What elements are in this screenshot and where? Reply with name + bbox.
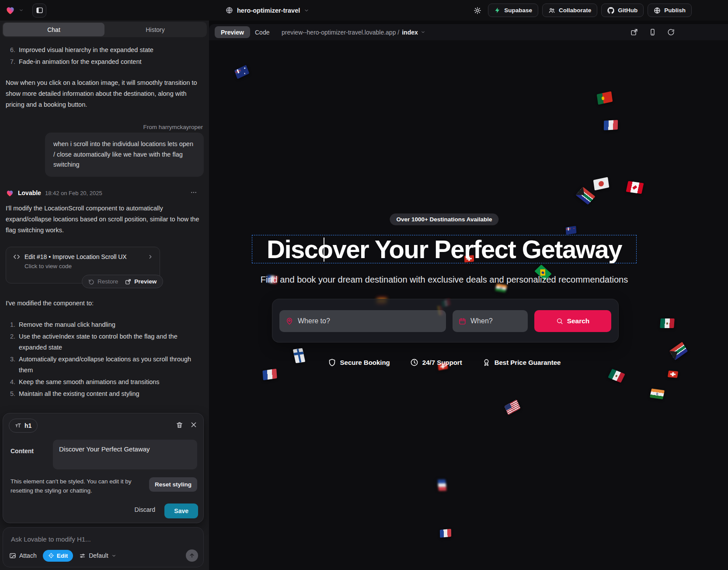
mobile-view-button[interactable] bbox=[648, 28, 657, 37]
text-caret bbox=[324, 238, 324, 262]
github-icon bbox=[607, 7, 614, 14]
hero-heading[interactable]: Discover Your Perfect Getaway bbox=[267, 234, 622, 264]
smartphone-icon bbox=[649, 28, 656, 36]
lovable-app: hero-optimizer-travel Supabase Collabora… bbox=[0, 0, 728, 570]
assistant-paragraph: Now when you click on a location image, … bbox=[6, 77, 203, 110]
send-button[interactable] bbox=[186, 549, 198, 562]
chevron-down-icon bbox=[111, 553, 116, 558]
sliders-icon bbox=[79, 553, 86, 559]
hero-subtitle: Find and book your dream destination wit… bbox=[209, 275, 679, 285]
image-icon bbox=[9, 552, 16, 559]
project-name: hero-optimizer-travel bbox=[237, 7, 300, 14]
where-to-placeholder: Where to? bbox=[298, 317, 330, 325]
sidebar-toggle-button[interactable] bbox=[32, 3, 46, 17]
save-button[interactable]: Save bbox=[164, 504, 198, 518]
restore-button[interactable]: Restore bbox=[88, 278, 118, 285]
list-item: 3.Automatically expand/collapse location… bbox=[6, 354, 203, 376]
discard-button[interactable]: Discard bbox=[135, 506, 155, 513]
url-page: index bbox=[402, 29, 418, 36]
sidebar-tabs: Chat History bbox=[2, 22, 207, 37]
refresh-button[interactable] bbox=[666, 28, 676, 37]
preview-chrome-bar: Preview Code preview--hero-optimizer-tra… bbox=[209, 24, 728, 40]
restore-preview-pill: Restore Preview bbox=[82, 275, 163, 288]
chat-input-placeholder[interactable]: Ask Lovable to modify H1... bbox=[11, 535, 91, 543]
arrow-up-icon bbox=[189, 553, 195, 559]
list-item: 6. Improved visual hierarchy in the expa… bbox=[6, 45, 203, 56]
tab-chat[interactable]: Chat bbox=[3, 23, 104, 36]
url-base: preview--hero-optimizer-travel.lovable.a… bbox=[282, 29, 399, 36]
chat-sidebar: Chat History 6. Improved visual hierarch… bbox=[0, 21, 209, 570]
user-message-bubble: when i scroll into the individual locati… bbox=[45, 133, 204, 177]
edit-card-subtitle: Click to view code bbox=[6, 260, 160, 269]
lovable-logo-heart-icon[interactable] bbox=[5, 5, 15, 15]
publish-globe-icon bbox=[654, 7, 661, 14]
external-link-icon bbox=[125, 279, 131, 285]
styling-note: This element can't be styled. You can ed… bbox=[10, 477, 142, 495]
calendar-icon bbox=[459, 318, 466, 325]
model-default-selector[interactable]: Default bbox=[79, 552, 116, 559]
settings-button[interactable] bbox=[471, 4, 484, 17]
gear-icon bbox=[474, 7, 481, 14]
feature-support: 24/7 Support bbox=[410, 358, 462, 367]
tab-code[interactable]: Code bbox=[255, 26, 269, 38]
hero-section: Over 1000+ Destinations Available Discov… bbox=[209, 40, 679, 570]
delete-element-button[interactable] bbox=[176, 421, 183, 429]
shield-icon bbox=[328, 358, 336, 367]
list-item: 4.Keep the same smooth animations and tr… bbox=[6, 377, 203, 388]
when-input[interactable]: When? bbox=[453, 310, 528, 332]
chat-input-card[interactable]: Ask Lovable to modify H1... Attach Edit … bbox=[3, 527, 204, 567]
github-button[interactable]: GitHub bbox=[601, 3, 644, 17]
h1-selection-outline[interactable]: Discover Your Perfect Getaway bbox=[252, 235, 637, 263]
search-icon bbox=[556, 318, 563, 325]
assistant-name: Lovable bbox=[18, 189, 41, 196]
where-to-input[interactable]: Where to? bbox=[279, 310, 446, 332]
user-attribution: From harrymckayroper bbox=[143, 124, 203, 130]
award-icon bbox=[482, 358, 491, 367]
logo-chevron-down-icon[interactable] bbox=[19, 8, 24, 13]
preview-version-button[interactable]: Preview bbox=[125, 278, 157, 285]
assistant-list-previous: 6. Improved visual hierarchy in the expa… bbox=[6, 45, 203, 68]
assistant-paragraph: I've modified the component to: bbox=[6, 298, 203, 309]
message-timestamp: 18:42 on Feb 20, 2025 bbox=[45, 190, 102, 196]
preview-pane: Preview Code preview--hero-optimizer-tra… bbox=[209, 24, 728, 570]
feature-best-price: Best Price Guarantee bbox=[482, 358, 561, 367]
feature-badges: Secure Booking 24/7 Support Best Price G… bbox=[209, 358, 679, 367]
project-selector[interactable]: hero-optimizer-travel bbox=[226, 0, 309, 21]
edit-card-title: Edit #18 • Improve Location Scroll UX bbox=[24, 253, 143, 260]
assistant-header: Lovable 18:42 on Feb 20, 2025 bbox=[6, 187, 203, 199]
tab-history[interactable]: History bbox=[104, 23, 206, 36]
when-placeholder: When? bbox=[470, 317, 493, 325]
selected-element-tag[interactable]: h1 bbox=[9, 419, 38, 433]
target-icon bbox=[48, 553, 54, 559]
users-icon bbox=[548, 7, 555, 14]
url-chevron-down-icon bbox=[421, 30, 425, 35]
attach-button[interactable]: Attach bbox=[9, 552, 37, 559]
search-bar: Where to? When? Search bbox=[272, 299, 619, 343]
reset-styling-button[interactable]: Reset styling bbox=[149, 477, 197, 492]
assistant-steps-list: 1.Remove the manual click handling 2.Use… bbox=[6, 319, 203, 400]
publish-button[interactable]: Publish bbox=[648, 3, 692, 17]
content-textarea[interactable]: Discover Your Perfect Getaway bbox=[53, 440, 197, 469]
edit-mode-button[interactable]: Edit bbox=[43, 550, 73, 562]
typography-icon bbox=[15, 423, 21, 429]
feature-secure-booking: Secure Booking bbox=[328, 358, 390, 367]
search-button[interactable]: Search bbox=[534, 310, 611, 332]
refresh-icon bbox=[667, 28, 675, 36]
more-options-icon[interactable] bbox=[190, 189, 197, 196]
close-editor-button[interactable] bbox=[190, 421, 197, 428]
tab-preview[interactable]: Preview bbox=[215, 26, 250, 38]
list-item: 5.Maintain all the existing content and … bbox=[6, 388, 203, 399]
location-pin-icon bbox=[286, 317, 293, 325]
supabase-button[interactable]: Supabase bbox=[488, 3, 538, 17]
open-in-new-tab-button[interactable] bbox=[629, 28, 639, 37]
list-item: 7. Fade-in animation for the expanded co… bbox=[6, 56, 203, 67]
globe-icon bbox=[226, 7, 233, 14]
chevron-right-icon bbox=[147, 254, 153, 260]
assistant-paragraph: I'll modify the LocationScroll component… bbox=[6, 203, 203, 236]
clock-icon bbox=[410, 358, 418, 367]
list-item: 1.Remove the manual click handling bbox=[6, 319, 203, 330]
restore-icon bbox=[88, 279, 94, 285]
preview-url[interactable]: preview--hero-optimizer-travel.lovable.a… bbox=[282, 24, 425, 40]
panel-left-icon bbox=[36, 7, 43, 14]
collaborate-button[interactable]: Collaborate bbox=[542, 3, 597, 17]
